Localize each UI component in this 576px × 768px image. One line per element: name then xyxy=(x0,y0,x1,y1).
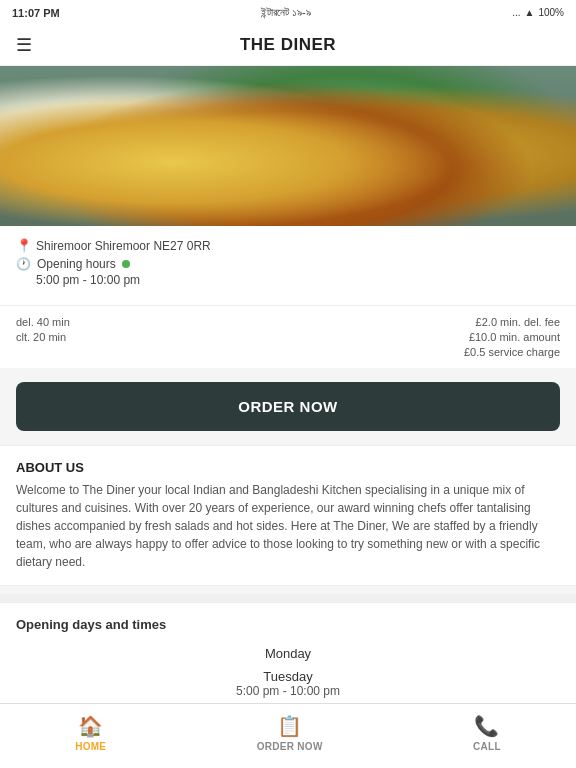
bottom-nav: 🏠HOME📋ORDER NOW📞CALL xyxy=(0,703,576,768)
min-amount: £10.0 min. amount xyxy=(464,331,560,343)
about-text: Welcome to The Diner your local Indian a… xyxy=(16,481,560,571)
open-status-dot xyxy=(122,260,130,268)
location-row: 📍 Shiremoor Shiremoor NE27 0RR xyxy=(16,238,560,253)
battery-icon: 100% xyxy=(538,7,564,18)
nav-item-home[interactable]: 🏠HOME xyxy=(75,714,106,752)
day-name: Tuesday xyxy=(16,669,560,684)
delivery-left: del. 40 min clt. 20 min xyxy=(16,316,70,358)
clock-icon: 🕐 xyxy=(16,257,31,271)
order-now-button[interactable]: ORDER NOW xyxy=(16,382,560,431)
header: ☰ THE DINER xyxy=(0,25,576,66)
nav-item-call[interactable]: 📞CALL xyxy=(473,714,501,752)
delivery-right: £2.0 min. del. fee £10.0 min. amount £0.… xyxy=(464,316,560,358)
nav-item-order[interactable]: 📋ORDER NOW xyxy=(257,714,323,752)
home-label: HOME xyxy=(75,741,106,752)
info-section: 📍 Shiremoor Shiremoor NE27 0RR 🕐 Opening… xyxy=(0,226,576,305)
menu-icon[interactable]: ☰ xyxy=(16,34,32,56)
day-name: Monday xyxy=(16,646,560,661)
day-row: Monday xyxy=(0,642,576,665)
status-dots: ... xyxy=(512,7,520,18)
delivery-info: del. 40 min clt. 20 min £2.0 min. del. f… xyxy=(0,305,576,368)
delivery-time: del. 40 min xyxy=(16,316,70,328)
call-label: CALL xyxy=(473,741,501,752)
opening-hours-row: 🕐 Opening hours xyxy=(16,257,560,271)
order-icon: 📋 xyxy=(277,714,302,738)
carrier-text: ইন্টারনেট ১৯-৯ xyxy=(261,6,311,19)
location-text: Shiremoor Shiremoor NE27 0RR xyxy=(36,239,211,253)
service-charge: £0.5 service charge xyxy=(464,346,560,358)
call-icon: 📞 xyxy=(474,714,499,738)
day-hours: 5:00 pm - 10:00 pm xyxy=(16,684,560,698)
delivery-fee: £2.0 min. del. fee xyxy=(464,316,560,328)
hero-image xyxy=(0,66,576,226)
about-section: ABOUT US Welcome to The Diner your local… xyxy=(0,445,576,586)
status-icons: ... ▲ 100% xyxy=(512,7,564,18)
home-icon: 🏠 xyxy=(78,714,103,738)
opening-label: Opening hours xyxy=(37,257,116,271)
order-label: ORDER NOW xyxy=(257,741,323,752)
app-title: THE DINER xyxy=(240,35,336,55)
divider xyxy=(0,594,576,602)
status-bar: 11:07 PM ইন্টারনেট ১৯-৯ ... ▲ 100% xyxy=(0,0,576,25)
order-section: ORDER NOW xyxy=(0,368,576,445)
opening-days-title: Opening days and times xyxy=(0,617,576,632)
food-photo xyxy=(0,66,576,226)
about-title: ABOUT US xyxy=(16,460,560,475)
collection-time: clt. 20 min xyxy=(16,331,70,343)
location-icon: 📍 xyxy=(16,238,32,253)
status-time: 11:07 PM xyxy=(12,7,60,19)
day-row: Tuesday5:00 pm - 10:00 pm xyxy=(0,665,576,702)
wifi-icon: ▲ xyxy=(525,7,535,18)
opening-times-text: 5:00 pm - 10:00 pm xyxy=(36,273,560,287)
